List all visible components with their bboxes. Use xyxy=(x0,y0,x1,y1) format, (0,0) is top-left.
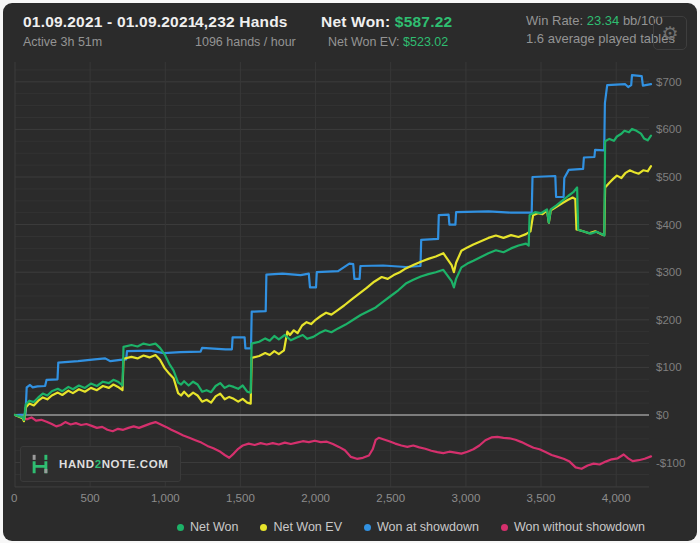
y-axis-tick-label: $100 xyxy=(656,361,682,373)
y-axis-tick-label: $400 xyxy=(656,219,682,231)
legend-item-won-at-showdown[interactable]: Won at showdown xyxy=(364,520,479,534)
legend-dot-icon xyxy=(364,524,371,531)
y-axis-tick-label: $600 xyxy=(656,123,682,135)
y-axis-tick-label: $300 xyxy=(656,266,682,278)
legend-label: Won at showdown xyxy=(377,520,479,534)
graph-panel: 01.09.2021 - 01.09.2021 Active 3h 51m 4,… xyxy=(3,3,697,541)
x-axis-tick-label: 3,500 xyxy=(527,492,556,504)
x-axis-tick-label: 1,500 xyxy=(226,492,255,504)
y-axis-tick-label: $700 xyxy=(656,76,682,88)
hand2note-logo-text: HAND2NOTE.COM xyxy=(59,458,168,470)
x-axis-tick-label: 3,000 xyxy=(452,492,481,504)
series-line-won-at-showdown xyxy=(15,75,651,415)
y-axis-tick-label: -$100 xyxy=(656,457,685,469)
x-axis-tick-label: 4,000 xyxy=(602,492,631,504)
legend-dot-icon xyxy=(177,524,184,531)
legend-dot-icon xyxy=(260,524,267,531)
x-axis-tick-label: 2,500 xyxy=(376,492,405,504)
y-axis-tick-label: $500 xyxy=(656,171,682,183)
series-line-net-won xyxy=(15,129,651,420)
hand2note-logo[interactable]: HAND2NOTE.COM xyxy=(20,446,181,482)
legend-label: Net Won xyxy=(190,520,238,534)
legend-item-won-without-showdown[interactable]: Won without showdown xyxy=(501,520,645,534)
x-axis-tick-label: 2,000 xyxy=(301,492,330,504)
hand2note-graph-window: 01.09.2021 - 01.09.2021 Active 3h 51m 4,… xyxy=(0,0,700,543)
legend-dot-icon xyxy=(501,524,508,531)
legend-item-net-won[interactable]: Net Won xyxy=(177,520,238,534)
x-axis-tick-label: 500 xyxy=(81,492,100,504)
legend-label: Net Won EV xyxy=(273,520,342,534)
x-axis-tick-label: 0 xyxy=(11,492,17,504)
x-axis-tick-label: 1,000 xyxy=(151,492,180,504)
y-axis-tick-label: $200 xyxy=(656,314,682,326)
legend-item-net-won-ev[interactable]: Net Won EV xyxy=(260,520,342,534)
y-axis-tick-label: $0 xyxy=(656,409,669,421)
hand2note-logo-icon xyxy=(29,453,51,475)
chart-legend: Net WonNet Won EVWon at showdownWon with… xyxy=(177,520,645,534)
legend-label: Won without showdown xyxy=(514,520,645,534)
